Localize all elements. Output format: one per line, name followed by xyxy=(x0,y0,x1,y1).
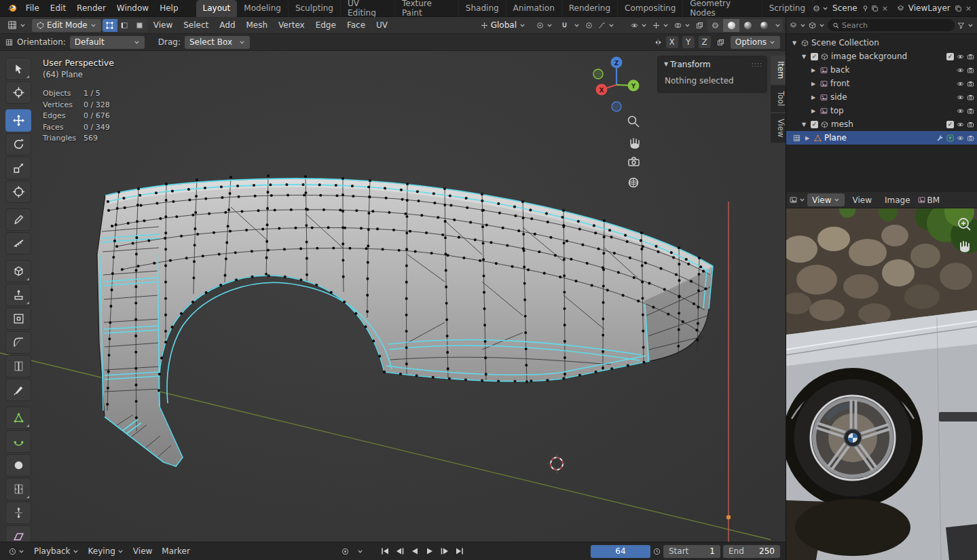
timeline-editor-dropdown[interactable] xyxy=(5,544,28,558)
outliner-row-scene-collection[interactable]: ▼ Scene Collection xyxy=(786,36,977,50)
checkbox-icon[interactable]: ✓ xyxy=(811,53,818,60)
outliner-row-front[interactable]: ▶ front xyxy=(786,77,977,90)
eye-icon[interactable] xyxy=(957,107,964,115)
display-mode-icon[interactable] xyxy=(809,22,816,29)
options-dropdown[interactable]: Options xyxy=(731,36,780,49)
material-preview-button[interactable] xyxy=(739,19,756,32)
close-icon[interactable]: × xyxy=(881,4,889,13)
chevron-down-icon[interactable] xyxy=(819,22,825,29)
menu-select[interactable]: Select xyxy=(179,20,213,30)
workspace-tab-compositing[interactable]: Compositing xyxy=(618,0,683,17)
disclosure-icon[interactable]: ▼ xyxy=(790,40,798,46)
camera-icon[interactable] xyxy=(967,53,974,60)
tool-edge-slide[interactable] xyxy=(5,478,31,500)
play-button[interactable] xyxy=(423,545,437,557)
jump-to-end-button[interactable] xyxy=(453,545,466,557)
outliner-row-image-background[interactable]: ▼ ✓ image background ✓ xyxy=(786,50,977,63)
vertex-select-button[interactable] xyxy=(103,19,117,32)
menu-marker[interactable]: Marker xyxy=(158,544,193,558)
tab-view[interactable]: View xyxy=(771,113,786,143)
orientation-dropdown[interactable]: Default xyxy=(70,36,145,49)
reference-photo[interactable] xyxy=(786,208,977,560)
next-keyframe-button[interactable] xyxy=(438,545,451,557)
camera-view-button[interactable] xyxy=(629,157,639,166)
face-select-button[interactable] xyxy=(132,19,147,32)
viewlayer-name[interactable]: ViewLayer xyxy=(906,3,953,13)
tool-extrude-region[interactable] xyxy=(5,284,31,306)
outliner-row-back[interactable]: ▶ back xyxy=(786,63,977,77)
play-reverse-button[interactable] xyxy=(408,545,422,557)
perspective-toggle-button[interactable] xyxy=(629,179,638,187)
pan-hand-icon[interactable] xyxy=(960,242,970,253)
workspace-tab-layout[interactable]: Layout xyxy=(196,0,238,17)
eye-icon[interactable] xyxy=(957,53,964,60)
workspace-tab-scripting[interactable]: Scripting xyxy=(762,0,813,17)
disclosure-icon[interactable]: ▶ xyxy=(809,94,817,100)
mirror-x-button[interactable]: X xyxy=(666,36,678,48)
pin-icon[interactable] xyxy=(862,5,869,12)
close-icon[interactable]: × xyxy=(964,4,973,13)
panel-grip-icon[interactable]: :::: xyxy=(752,61,762,68)
disclosure-icon[interactable]: ▶ xyxy=(809,108,817,114)
menu-help[interactable]: Help xyxy=(154,3,183,13)
checkbox-icon[interactable]: ✓ xyxy=(811,121,818,128)
current-frame-field[interactable]: 64 xyxy=(591,545,650,558)
image-datablock-icon[interactable] xyxy=(918,196,925,204)
filter-icon[interactable] xyxy=(957,22,965,29)
menu-add[interactable]: Add xyxy=(215,20,240,30)
image-editor-icon[interactable] xyxy=(790,196,797,204)
tool-poly-build[interactable] xyxy=(5,407,31,429)
navigation-gizmo[interactable]: Z Y X xyxy=(593,57,640,112)
transform-orientation-dropdown[interactable]: Global xyxy=(476,19,530,32)
menu-view-timeline[interactable]: View xyxy=(130,544,155,558)
new-viewlayer-icon[interactable] xyxy=(955,5,962,12)
proportional-falloff-dropdown[interactable] xyxy=(596,19,616,32)
modifier-wrench-icon[interactable] xyxy=(936,134,944,142)
viewlayer-icon[interactable] xyxy=(897,5,904,12)
axis-neg-y-ball[interactable] xyxy=(593,69,603,79)
new-scene-icon[interactable] xyxy=(871,5,879,12)
chevron-down-icon[interactable] xyxy=(800,22,806,29)
editor-type-button[interactable] xyxy=(3,19,31,32)
mode-dropdown[interactable]: Edit Mode xyxy=(32,19,101,32)
menu-edge[interactable]: Edge xyxy=(311,20,341,30)
tab-item[interactable]: Item xyxy=(771,56,786,84)
chevron-down-icon[interactable] xyxy=(822,5,828,12)
snap-toggle-button[interactable] xyxy=(559,19,570,32)
workspace-tab-texture-paint[interactable]: Texture Paint xyxy=(395,0,459,17)
xray-toggle-button[interactable] xyxy=(694,19,705,32)
menu-window[interactable]: Window xyxy=(111,3,154,13)
menu-uv[interactable]: UV xyxy=(371,20,392,30)
rendered-shading-button[interactable] xyxy=(756,19,772,32)
drag-dropdown[interactable]: Select Box xyxy=(185,36,250,49)
outliner-row-mesh[interactable]: ▼ ✓ mesh ✓ xyxy=(786,117,977,131)
outliner-editor-icon[interactable] xyxy=(790,22,797,29)
fender-mesh[interactable] xyxy=(97,176,713,466)
tool-move[interactable] xyxy=(5,109,31,132)
menu-image[interactable]: Image xyxy=(879,195,916,205)
tool-bevel[interactable] xyxy=(5,331,31,354)
transport-settings-dropdown[interactable] xyxy=(354,545,367,557)
tool-smooth[interactable] xyxy=(5,454,31,477)
scene-name[interactable]: Scene xyxy=(830,3,860,13)
snap-options-dropdown[interactable] xyxy=(715,36,726,49)
chevron-down-icon[interactable] xyxy=(799,197,805,203)
camera-icon[interactable] xyxy=(967,107,974,115)
proportional-edit-button[interactable] xyxy=(583,19,595,32)
eye-icon[interactable] xyxy=(957,134,964,142)
tool-cursor[interactable] xyxy=(5,81,31,104)
tool-rotate[interactable] xyxy=(5,133,31,155)
workspace-tab-uv-editing[interactable]: UV Editing xyxy=(341,0,395,17)
menu-vertex[interactable]: Vertex xyxy=(274,20,310,30)
tool-loop-cut[interactable] xyxy=(5,355,31,377)
auto-key-button[interactable] xyxy=(339,545,352,557)
menu-face[interactable]: Face xyxy=(342,20,370,30)
eye-icon[interactable] xyxy=(957,80,964,88)
image-name[interactable]: BM xyxy=(927,195,940,205)
workspace-tab-modeling[interactable]: Modeling xyxy=(237,0,289,17)
zoom-in-icon[interactable] xyxy=(959,219,970,230)
camera-icon[interactable] xyxy=(967,121,974,128)
workspace-tab-geometry-nodes[interactable]: Geometry Nodes xyxy=(683,0,762,17)
tool-add-cube[interactable] xyxy=(5,260,31,282)
tool-shear[interactable] xyxy=(5,525,31,542)
